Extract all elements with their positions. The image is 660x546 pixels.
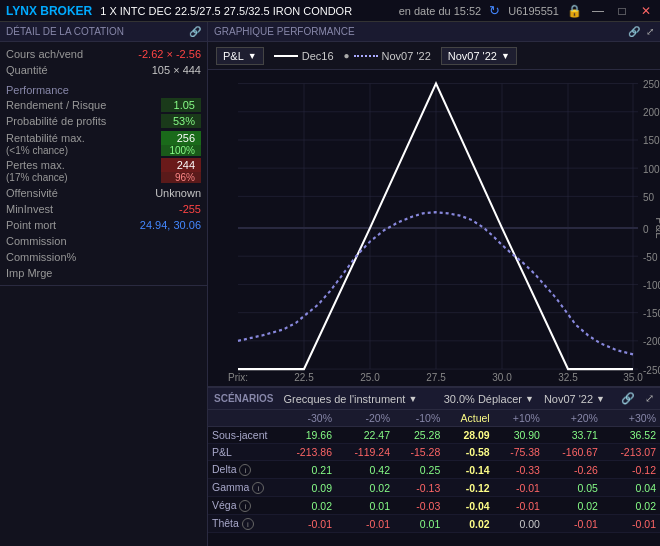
scenarios-expand-icon[interactable]: ⤢ [645,392,654,405]
bullet-icon: ● [344,50,350,61]
svg-text:-50: -50 [643,250,658,263]
scenario-cell: 36.52 [602,427,660,444]
svg-text:30.0: 30.0 [492,371,512,384]
title-bar: LYNX BROKER 1 X INTC DEC 22.5/27.5 27.5/… [0,0,660,22]
svg-text:35.0: 35.0 [623,371,643,384]
scenario-cell: -75.38 [494,444,544,461]
svg-text:200: 200 [643,106,660,119]
scenario-cell: 0.01 [336,497,394,515]
grecques-arrow: ▼ [408,394,417,404]
info-icon[interactable]: i [239,464,251,476]
svg-text:-100: -100 [643,278,660,291]
left-panel: DÉTAIL DE LA COTATION 🔗 Cours ach/vend -… [0,22,208,546]
detail-header: DÉTAIL DE LA COTATION 🔗 [0,22,207,42]
col-header-m30: -30% [278,410,336,427]
scenario-cell: 0.04 [602,479,660,497]
legend-dotted: ● Nov07 '22 [344,50,431,62]
scenario-cell: -119.24 [336,444,394,461]
commission-pct-row: Commission% [6,249,201,265]
svg-text:0: 0 [643,222,649,235]
solid-payoff-line [238,84,633,370]
scenario-cell: 25.28 [394,427,444,444]
pl-dropdown[interactable]: P&L ▼ [216,47,264,65]
svg-text:150: 150 [643,134,660,147]
imp-mrge-row: Imp Mrge [6,265,201,281]
svg-text:22.5: 22.5 [294,371,314,384]
svg-text:-250: -250 [643,363,660,376]
scenario-cell: -0.04 [444,497,493,515]
info-icon[interactable]: i [239,500,251,512]
scenario-row-label: P&L [208,444,278,461]
maximize-button[interactable]: □ [614,4,630,18]
close-button[interactable]: ✕ [638,4,654,18]
date-dropdown[interactable]: Nov07 '22 ▼ [441,47,517,65]
scenario-row-label: Thêta i [208,515,278,533]
scenario-cell: -0.33 [494,461,544,479]
scenarios-header: SCÉNARIOS Grecques de l'instrument ▼ 30.… [208,388,660,410]
svg-text:25.0: 25.0 [360,371,380,384]
time-label: en date du 15:52 [399,5,482,17]
solid-line-icon [274,55,298,57]
deplacer-dropdown[interactable]: 30.0% Déplacer ▼ [444,393,534,405]
svg-text:-200: -200 [643,335,660,348]
commission-row: Commission [6,233,201,249]
chart-area: 250 200 150 100 50 0 -50 -100 -150 -200 … [208,70,660,386]
detail-link-icon[interactable]: 🔗 [189,26,201,37]
rendement-row: Rendement / Risque 1.05 [6,97,201,113]
svg-text:100: 100 [643,162,660,175]
scenario-cell: 0.02 [336,479,394,497]
info-icon[interactable]: i [242,518,254,530]
scenario-cell: 0.01 [394,515,444,533]
offensivite-row: Offensivité Unknown [6,185,201,201]
scenario-cell: 0.02 [444,515,493,533]
scenarios-link-icon[interactable]: 🔗 [621,392,635,405]
scenario-cell: 0.09 [278,479,336,497]
app-logo: LYNX BROKER [6,4,92,18]
scenario-cell: 0.05 [544,479,602,497]
chart-expand-icon[interactable]: ⤢ [646,26,654,37]
scenario-cell: -0.01 [494,479,544,497]
scenarios-table: -30% -20% -10% Actuel +10% +20% +30% Sou… [208,410,660,533]
scenario-cell: -15.28 [394,444,444,461]
minimize-button[interactable]: — [590,4,606,18]
scenario-cell: 19.66 [278,427,336,444]
refresh-icon[interactable]: ↻ [489,3,500,18]
dotted-line-icon [354,55,378,57]
lock-icon: 🔒 [567,4,582,18]
pertes-max-box: Pertes max. 244 (17% chance) 96% [6,158,201,183]
scenario-cell: -0.13 [394,479,444,497]
scenario-cell: 30.90 [494,427,544,444]
scenarios-header-row: -30% -20% -10% Actuel +10% +20% +30% [208,410,660,427]
col-header-m20: -20% [336,410,394,427]
scenario-cell: -0.01 [336,515,394,533]
col-header-p10: +10% [494,410,544,427]
bottom-panel: SCÉNARIOS Grecques de l'instrument ▼ 30.… [208,386,660,546]
scenario-cell: -0.14 [444,461,493,479]
scenario-cell: 0.25 [394,461,444,479]
deplacer-arrow: ▼ [525,394,534,404]
point-mort-row: Point mort 24.94, 30.06 [6,217,201,233]
pl-dropdown-arrow: ▼ [248,51,257,61]
scenario-row-label: Delta i [208,461,278,479]
scenario-cell: -0.03 [394,497,444,515]
chart-link-icon[interactable]: 🔗 [628,26,640,37]
scenario-cell: -0.26 [544,461,602,479]
mininvest-row: MinInvest -255 [6,201,201,217]
cours-row: Cours ach/vend -2.62 × -2.56 [6,46,201,62]
col-header-p30: +30% [602,410,660,427]
scenario-cell: -213.07 [602,444,660,461]
col-header-actuel: Actuel [444,410,493,427]
svg-text:27.5: 27.5 [426,371,446,384]
scenario-cell: -0.12 [602,461,660,479]
scenario-cell: -0.01 [544,515,602,533]
scenario-cell: 0.42 [336,461,394,479]
novdate-dropdown[interactable]: Nov07 '22 ▼ [544,393,605,405]
scenario-row: Thêta i-0.01-0.010.010.020.00-0.01-0.01 [208,515,660,533]
grecques-dropdown[interactable]: Grecques de l'instrument ▼ [283,393,417,405]
dotted-value-line [238,212,633,354]
legend-solid: Dec16 [274,50,334,62]
info-icon[interactable]: i [252,482,264,494]
svg-text:50: 50 [643,190,654,203]
scenario-cell: 28.09 [444,427,493,444]
scenario-row-label: Véga i [208,497,278,515]
